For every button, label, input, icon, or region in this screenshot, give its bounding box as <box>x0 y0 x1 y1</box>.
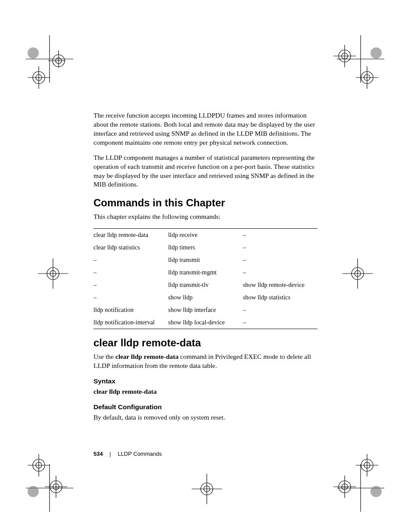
text-span: Use the <box>93 353 115 360</box>
table-cell: – <box>93 254 168 266</box>
table-cell: lldp transmit-mgmt <box>168 266 243 279</box>
table-row: –lldp transmit-tlvshow lldp remote-devic… <box>93 279 318 291</box>
footer-section: LLDP Commands <box>118 451 162 457</box>
table-row: –lldp transmit-mgmt– <box>93 266 318 279</box>
table-cell: show lldp <box>168 291 243 304</box>
table-cell: lldp notification-interval <box>93 316 168 329</box>
svg-point-6 <box>28 47 39 59</box>
hatched-dot-icon <box>27 47 40 59</box>
table-cell: – <box>243 241 318 254</box>
table-cell: lldp notification <box>93 304 168 316</box>
registration-circle-icon <box>38 258 68 289</box>
page-number: 534 <box>93 451 103 457</box>
commands-table: clear lldp remote-datalldp receive–clear… <box>93 228 318 329</box>
heading-clear-lldp: clear lldp remote-data <box>93 337 318 349</box>
table-cell: – <box>93 279 168 291</box>
table-row: clear lldp remote-datalldp receive– <box>93 229 318 242</box>
table-row: –show lldpshow lldp statistics <box>93 291 318 304</box>
registration-circle-icon <box>26 65 52 90</box>
table-cell: show lldp statistics <box>243 291 318 304</box>
table-cell: lldp transmit-tlv <box>168 279 243 291</box>
table-row: clear lldp statisticslldp timers– <box>93 241 318 254</box>
table-cell: – <box>243 229 318 242</box>
clear-lldp-desc: Use the clear lldp remote-data command i… <box>93 352 318 370</box>
heading-commands: Commands in this Chapter <box>93 197 318 209</box>
table-cell: clear lldp remote-data <box>93 229 168 242</box>
registration-circle-icon <box>192 474 222 504</box>
registration-circle-icon <box>332 474 358 500</box>
heading-default-config: Default Configuration <box>93 403 318 411</box>
hatched-dot-icon <box>370 47 383 59</box>
registration-circle-icon <box>332 43 358 69</box>
hatched-dot-icon <box>27 485 40 498</box>
table-cell: lldp timers <box>168 241 243 254</box>
table-cell: show lldp remote-device <box>243 279 318 291</box>
syntax-text: clear lldp remote-data <box>93 387 318 396</box>
table-cell: show lldp local-device <box>168 316 243 329</box>
registration-circle-icon <box>43 474 69 500</box>
table-cell: lldp receive <box>168 229 243 242</box>
table-cell: lldp transmit <box>168 254 243 266</box>
table-cell: clear lldp statistics <box>93 241 168 254</box>
page-footer: 534 | LLDP Commands <box>93 451 162 457</box>
table-cell: – <box>93 266 168 279</box>
table-cell: – <box>243 316 318 329</box>
bold-command: clear lldp remote-data <box>115 353 179 360</box>
hatched-dot-icon <box>370 485 383 498</box>
intro-paragraph-2: The LLDP component manages a number of s… <box>93 153 318 190</box>
svg-point-17 <box>371 47 382 59</box>
table-cell: – <box>243 254 318 266</box>
table-row: lldp notificationshow lldp interface– <box>93 304 318 316</box>
svg-point-55 <box>371 486 382 497</box>
registration-circle-icon <box>354 65 380 90</box>
svg-point-40 <box>28 486 39 497</box>
table-row: –lldp transmit– <box>93 254 318 266</box>
table-cell: – <box>243 266 318 279</box>
table-row: lldp notification-intervalshow lldp loca… <box>93 316 318 329</box>
page-content: The receive function accepts incoming LL… <box>93 111 318 428</box>
intro-paragraph-1: The receive function accepts incoming LL… <box>93 111 318 147</box>
heading-syntax: Syntax <box>93 377 318 385</box>
default-config-text: By default, data is removed only on syst… <box>93 413 318 422</box>
table-cell: – <box>93 291 168 304</box>
table-cell: show lldp interface <box>168 304 243 316</box>
commands-intro: This chapter explains the following comm… <box>93 212 318 221</box>
table-cell: – <box>243 304 318 316</box>
registration-circle-icon <box>342 258 373 289</box>
footer-separator: | <box>109 451 111 457</box>
